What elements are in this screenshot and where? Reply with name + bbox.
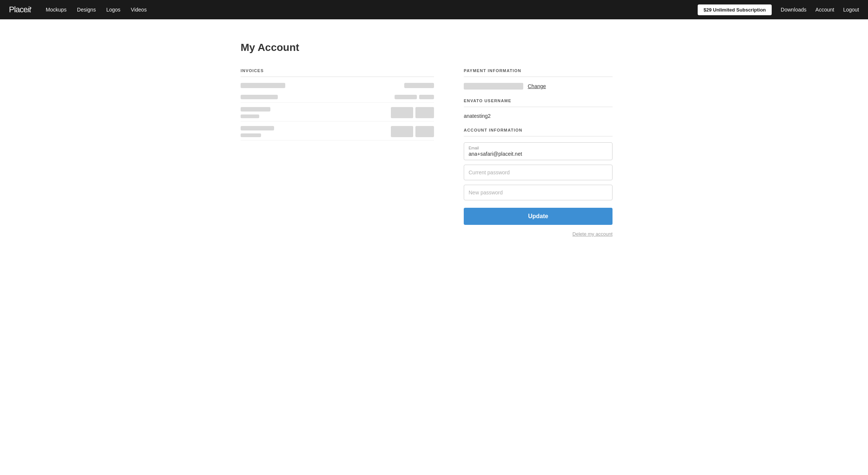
invoice-blur-6 bbox=[391, 107, 413, 118]
invoice-row-right bbox=[395, 95, 434, 99]
invoice-row-left bbox=[241, 107, 270, 118]
brand-logo[interactable]: Placeit bbox=[9, 5, 31, 14]
invoice-row-right bbox=[391, 126, 434, 137]
email-input[interactable] bbox=[469, 151, 608, 157]
navbar: Placeit Mockups Designs Logos Videos $29… bbox=[0, 0, 868, 19]
email-group: Email bbox=[464, 142, 613, 160]
nav-mockups[interactable]: Mockups bbox=[46, 7, 67, 13]
invoice-blur-2 bbox=[395, 95, 417, 99]
payment-section: PAYMENT INFORMATION Change bbox=[464, 68, 613, 90]
account-info-divider bbox=[464, 136, 613, 136]
right-panel: PAYMENT INFORMATION Change ENVATO USERNA… bbox=[464, 68, 613, 246]
invoice-row bbox=[241, 92, 434, 103]
content-layout: INVOICES bbox=[241, 68, 627, 246]
envato-divider bbox=[464, 107, 613, 107]
envato-section: ENVATO USERNAME anatesting2 bbox=[464, 98, 613, 119]
invoice-blur-9 bbox=[241, 133, 261, 137]
page-title: My Account bbox=[241, 42, 627, 54]
payment-label: PAYMENT INFORMATION bbox=[464, 68, 613, 73]
main-content: My Account INVOICES bbox=[211, 19, 657, 268]
invoice-blur-4 bbox=[241, 107, 270, 112]
invoices-divider bbox=[241, 77, 434, 77]
invoice-blur-11 bbox=[415, 126, 434, 137]
invoice-blur-8 bbox=[241, 126, 274, 130]
invoice-blur-7 bbox=[415, 107, 434, 118]
invoice-row bbox=[241, 104, 434, 122]
invoice-row bbox=[241, 123, 434, 140]
payment-divider bbox=[464, 77, 613, 77]
new-password-group bbox=[464, 185, 613, 200]
downloads-link[interactable]: Downloads bbox=[781, 7, 806, 13]
subscription-button[interactable]: $29 Unlimited Subscription bbox=[698, 4, 772, 15]
main-nav: Mockups Designs Logos Videos bbox=[46, 7, 686, 13]
invoice-blur-10 bbox=[391, 126, 413, 137]
navbar-right: $29 Unlimited Subscription Downloads Acc… bbox=[698, 4, 859, 15]
invoice-blur-3 bbox=[419, 95, 434, 99]
email-input-wrapper[interactable]: Email bbox=[464, 142, 613, 160]
envato-username-value: anatesting2 bbox=[464, 113, 613, 119]
card-blur bbox=[464, 83, 523, 90]
invoices-label: INVOICES bbox=[241, 68, 434, 73]
invoice-header-col2 bbox=[404, 83, 434, 88]
change-payment-link[interactable]: Change bbox=[528, 83, 546, 89]
current-password-input[interactable] bbox=[464, 165, 613, 180]
invoice-header-row bbox=[241, 83, 434, 88]
nav-designs[interactable]: Designs bbox=[77, 7, 96, 13]
nav-logos[interactable]: Logos bbox=[106, 7, 120, 13]
new-password-input[interactable] bbox=[464, 185, 613, 200]
invoice-header-col1 bbox=[241, 83, 285, 88]
envato-label: ENVATO USERNAME bbox=[464, 98, 613, 103]
delete-account-row: Delete my account bbox=[464, 231, 613, 237]
invoice-row-left bbox=[241, 95, 278, 99]
invoice-table bbox=[241, 83, 434, 140]
update-button[interactable]: Update bbox=[464, 208, 613, 225]
delete-account-link[interactable]: Delete my account bbox=[572, 231, 613, 237]
email-field-label: Email bbox=[469, 146, 608, 150]
account-link[interactable]: Account bbox=[816, 7, 835, 13]
account-info-label: ACCOUNT INFORMATION bbox=[464, 128, 613, 132]
invoice-blur-1 bbox=[241, 95, 278, 99]
nav-videos[interactable]: Videos bbox=[131, 7, 147, 13]
invoice-blur-5 bbox=[241, 114, 259, 118]
logo-text: Placeit bbox=[9, 5, 31, 14]
account-info-section: ACCOUNT INFORMATION Email bbox=[464, 128, 613, 237]
invoice-row-left bbox=[241, 126, 274, 137]
current-password-group bbox=[464, 165, 613, 180]
invoice-row-right bbox=[391, 107, 434, 118]
left-panel: INVOICES bbox=[241, 68, 434, 246]
payment-card-row: Change bbox=[464, 83, 613, 90]
invoice-data-rows bbox=[241, 92, 434, 140]
logout-link[interactable]: Logout bbox=[843, 7, 859, 13]
